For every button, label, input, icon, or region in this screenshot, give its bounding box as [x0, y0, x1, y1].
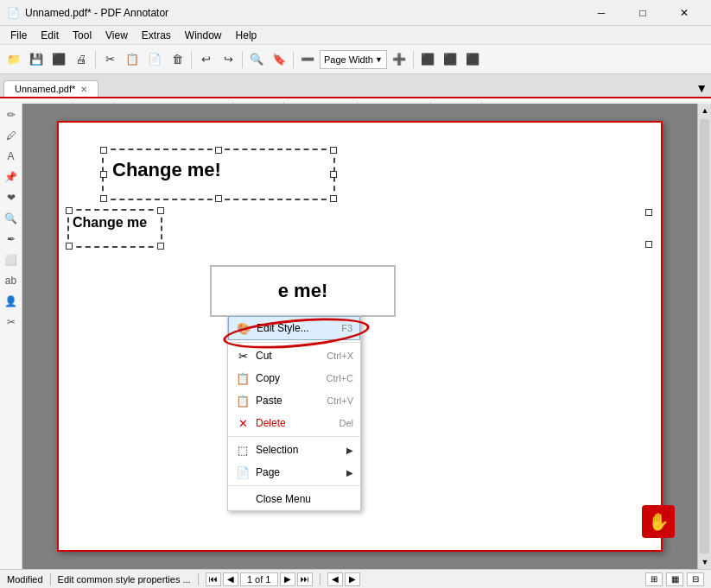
ctx-paste-shortcut: Ctrl+V: [327, 395, 353, 406]
context-menu: 🎨 Edit Style... F3 ✂ Cut Ctrl+X 📋 Copy C…: [227, 315, 361, 511]
tab-close-btn[interactable]: ✕: [80, 85, 87, 94]
status-icon-1[interactable]: ⊞: [645, 572, 663, 586]
redo-btn[interactable]: ↪: [218, 49, 238, 70]
side-btn-8[interactable]: ⬜: [2, 250, 21, 269]
zoom-in-btn[interactable]: ➕: [389, 49, 409, 70]
side-btn-6[interactable]: 🔍: [2, 209, 21, 228]
side-btn-4[interactable]: 📌: [2, 168, 21, 187]
status-sep-3: [320, 573, 321, 585]
nav-prev-btn[interactable]: ◀: [223, 572, 238, 586]
handle2-tr[interactable]: [157, 207, 164, 214]
handle-br[interactable]: [330, 195, 337, 202]
handle-bm[interactable]: [215, 195, 222, 202]
ctx-selection-arrow: ▶: [346, 446, 353, 455]
ctx-copy[interactable]: 📋 Copy Ctrl+C: [228, 367, 360, 389]
side-btn-3[interactable]: A: [2, 147, 21, 166]
save-btn[interactable]: 💾: [26, 49, 47, 70]
side-btn-1[interactable]: ✏: [2, 105, 21, 124]
status-icon-3[interactable]: ⊟: [687, 572, 704, 586]
zoom-dropdown[interactable]: Page Width ▼: [320, 50, 387, 69]
ctx-selection[interactable]: ⬚ Selection ▶: [228, 439, 360, 461]
nav-fwd-btn[interactable]: ▶: [345, 572, 360, 586]
side-btn-7[interactable]: ✒: [2, 230, 21, 249]
ctx-cut[interactable]: ✂ Cut Ctrl+X: [228, 345, 360, 367]
text-label-1: Change me!: [112, 159, 221, 181]
tab-scroll-btn[interactable]: ▼: [695, 81, 708, 97]
menu-file[interactable]: File: [3, 28, 34, 43]
cut-btn[interactable]: ✂: [99, 49, 120, 70]
menu-help[interactable]: Help: [229, 28, 264, 43]
main-area: Change me! Change me e me! 🎨 Edit Style.…: [22, 104, 697, 569]
text-label-3: e me!: [278, 280, 327, 302]
delete-btn[interactable]: 🗑: [167, 49, 187, 70]
ctx-selection-label: Selection: [256, 444, 298, 456]
handle-tr[interactable]: [330, 147, 337, 154]
side-btn-11[interactable]: ✂: [2, 313, 21, 332]
scroll-thumb[interactable]: [700, 119, 709, 553]
nav-next-btn[interactable]: ▶: [280, 572, 295, 586]
paste-btn[interactable]: 📄: [144, 49, 165, 70]
handle-tl[interactable]: [100, 147, 107, 154]
statusbar: Modified Edit common style properties ..…: [0, 569, 711, 588]
nav-back-btn[interactable]: ◀: [327, 572, 343, 586]
text-box-3[interactable]: e me!: [210, 265, 396, 317]
minimize-button[interactable]: ─: [581, 4, 621, 22]
view3-btn[interactable]: ⬛: [462, 49, 483, 70]
handle2-br[interactable]: [157, 243, 164, 250]
titlebar-title: Unnamed.pdf* - PDF Annotator: [25, 7, 168, 19]
side-btn-10[interactable]: 👤: [2, 292, 21, 311]
status-icon-2[interactable]: ▦: [666, 572, 683, 586]
ctx-delete-label: Delete: [256, 417, 286, 429]
titlebar: 📄 Unnamed.pdf* - PDF Annotator ─ □ ✕: [0, 0, 711, 26]
scroll-up-btn[interactable]: ▲: [698, 104, 711, 117]
menu-extras[interactable]: Extras: [135, 28, 178, 43]
ctx-delete[interactable]: ✕ Delete Del: [228, 412, 360, 434]
scroll-down-btn[interactable]: ▼: [698, 555, 711, 569]
ctx-paste[interactable]: 📋 Paste Ctrl+V: [228, 389, 360, 412]
undo-btn[interactable]: ↩: [195, 49, 216, 70]
ctx-close-menu[interactable]: Close Menu: [228, 488, 360, 510]
menu-window[interactable]: Window: [178, 28, 229, 43]
bookmark-btn[interactable]: 🔖: [269, 49, 289, 70]
sep5: [413, 51, 414, 68]
nav-first-btn[interactable]: ⏮: [206, 572, 221, 586]
side-btn-2[interactable]: 🖊: [2, 126, 21, 145]
ctx-edit-style[interactable]: 🎨 Edit Style... F3: [228, 316, 360, 340]
handle-ml[interactable]: [100, 171, 107, 178]
scrollbar-vertical[interactable]: ▲ ▼: [697, 104, 711, 569]
titlebar-controls[interactable]: ─ □ ✕: [581, 4, 704, 22]
ctx-page[interactable]: 📄 Page ▶: [228, 461, 360, 484]
view1-btn[interactable]: ⬛: [417, 49, 438, 70]
tab-unnamed[interactable]: Unnamed.pdf* ✕: [3, 80, 98, 97]
handle-r-1[interactable]: [645, 209, 652, 216]
find-btn[interactable]: 🔍: [246, 49, 267, 70]
text-box-2[interactable]: Change me: [67, 209, 162, 248]
app-icon: 📄: [7, 7, 20, 19]
handle-bl[interactable]: [100, 195, 107, 202]
zoom-dropdown-arrow: ▼: [375, 55, 383, 64]
save2-btn[interactable]: ⬛: [48, 49, 69, 70]
handle-r-2[interactable]: [645, 241, 652, 248]
menu-edit[interactable]: Edit: [34, 28, 66, 43]
new-btn[interactable]: 📁: [3, 49, 24, 70]
handle-tm[interactable]: [215, 147, 222, 154]
page-number-input[interactable]: [240, 572, 278, 586]
handle2-tl[interactable]: [66, 207, 73, 214]
menu-view[interactable]: View: [98, 28, 135, 43]
handle-mr[interactable]: [330, 171, 337, 178]
menu-tool[interactable]: Tool: [66, 28, 98, 43]
print-btn[interactable]: 🖨: [71, 49, 92, 70]
copy-btn[interactable]: 📋: [122, 49, 143, 70]
handle2-bl[interactable]: [66, 243, 73, 250]
text-box-1[interactable]: Change me!: [102, 149, 335, 200]
side-btn-5[interactable]: ❤: [2, 188, 21, 207]
close-button[interactable]: ✕: [664, 4, 704, 22]
zoom-out-btn[interactable]: ➖: [297, 49, 318, 70]
ctx-selection-icon: ⬚: [235, 442, 251, 458]
side-btn-9[interactable]: ab: [2, 271, 21, 290]
maximize-button[interactable]: □: [623, 4, 663, 22]
float-action-btn[interactable]: ✋: [642, 505, 675, 538]
view2-btn[interactable]: ⬛: [440, 49, 460, 70]
nav-last-btn[interactable]: ⏭: [297, 572, 313, 586]
ctx-paste-label: Paste: [256, 395, 282, 407]
